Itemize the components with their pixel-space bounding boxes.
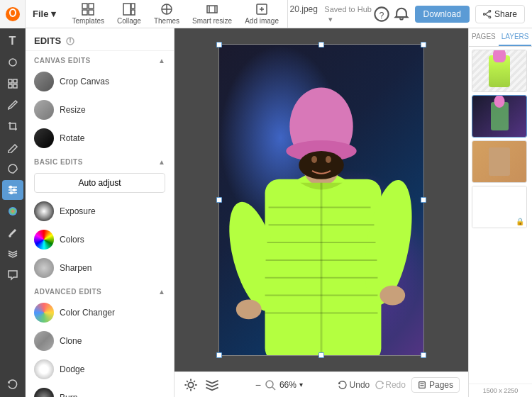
lock-icon: 🔒 — [516, 218, 524, 225]
clone-item[interactable]: Clone — [26, 327, 174, 355]
elements-tool[interactable] — [2, 74, 23, 94]
layer-thumb-4[interactable]: 🔒 — [472, 186, 527, 228]
handle-bm[interactable] — [318, 352, 324, 358]
clone-icon — [34, 331, 54, 351]
svg-rect-7 — [123, 4, 131, 15]
edit-tool[interactable] — [2, 95, 23, 115]
auto-adjust-button[interactable]: Auto adjust — [34, 173, 165, 193]
tools-sidebar: T — [0, 28, 26, 397]
pages-button[interactable]: Pages — [411, 377, 460, 393]
layer-4-thumbnail: 🔒 — [472, 186, 526, 228]
handle-bl[interactable] — [216, 352, 222, 358]
templates-label: Templates — [72, 17, 104, 25]
layers-bottom-icon[interactable] — [204, 377, 220, 393]
basic-edits-section: BASIC EDITS ▲ — [26, 152, 174, 169]
file-menu[interactable]: File ▾ — [26, 9, 63, 19]
dodge-label: Dodge — [60, 364, 84, 374]
collage-label: Collage — [117, 17, 141, 25]
redo-button[interactable]: Redo — [374, 380, 406, 390]
zoom-fit-icon[interactable] — [264, 379, 277, 391]
comments-tool[interactable] — [2, 265, 23, 285]
svg-point-55 — [236, 300, 262, 320]
canvas-bottom-right: Undo Redo Pages — [338, 377, 460, 393]
canvas-edits-title: CANVAS EDITS — [34, 57, 91, 65]
zoom-value[interactable]: 66% — [279, 380, 297, 390]
color-tool[interactable] — [2, 201, 23, 221]
resize-item[interactable]: Resize — [26, 96, 174, 124]
svg-rect-24 — [13, 84, 17, 88]
templates-tool[interactable]: Templates — [66, 0, 110, 28]
burn-item[interactable]: Burn — [26, 384, 174, 397]
advanced-edits-section: ADVANCED EDITS ▲ — [26, 282, 174, 298]
sticker-tool[interactable] — [2, 159, 23, 179]
layer-thumb-3[interactable] — [472, 140, 527, 183]
brush-tool[interactable] — [2, 223, 23, 242]
canvas-container[interactable] — [174, 28, 468, 371]
handle-tm[interactable] — [318, 42, 324, 47]
layer-thumb-2[interactable] — [472, 95, 527, 138]
download-button[interactable]: Download — [415, 6, 470, 23]
sharpen-item[interactable]: Sharpen — [26, 254, 174, 282]
layer-1-figure — [489, 55, 510, 87]
collage-tool[interactable]: Collage — [111, 0, 147, 28]
redo-label: Redo — [385, 380, 406, 390]
zoom-arrow[interactable]: ▾ — [299, 381, 303, 388]
handle-tr[interactable] — [421, 42, 426, 47]
crop-icon — [34, 72, 54, 91]
erase-tool[interactable] — [2, 138, 23, 157]
exposure-label: Exposure — [60, 206, 96, 216]
themes-tool[interactable]: Themes — [148, 0, 185, 28]
handle-ml[interactable] — [216, 197, 222, 203]
help-icon[interactable]: ? — [374, 6, 389, 22]
saved-status[interactable]: Saved to Hub ▾ — [324, 5, 372, 23]
svg-rect-9 — [131, 10, 135, 15]
zoom-out-button[interactable]: − — [255, 379, 261, 391]
topbar-icon-group: ? — [374, 6, 409, 22]
adjustments-tool[interactable] — [2, 180, 23, 200]
undo-button[interactable]: Undo — [338, 380, 370, 390]
toolbar: Templates Collage Themes Smart resize Ad… — [63, 0, 288, 28]
filename-area: 20.jpeg Saved to Hub ▾ — [288, 4, 374, 24]
crop-item[interactable]: Crop Canvas — [26, 67, 174, 96]
add-image-tool[interactable]: Add image — [239, 0, 284, 28]
svg-point-33 — [9, 235, 11, 237]
layer-2-thumbnail — [472, 96, 526, 137]
dodge-item[interactable]: Dodge — [26, 355, 174, 384]
colors-item[interactable]: Colors — [26, 225, 174, 254]
shapes-tool[interactable] — [2, 52, 23, 72]
svg-point-30 — [10, 192, 12, 194]
smart-resize-tool[interactable]: Smart resize — [187, 0, 238, 28]
svg-rect-23 — [9, 84, 12, 88]
crop-label: Crop Canvas — [60, 77, 109, 86]
layer-3-figure — [489, 147, 510, 176]
layers-tool[interactable] — [2, 244, 23, 264]
text-tool[interactable]: T — [2, 31, 23, 51]
undo-sidebar-tool[interactable] — [2, 374, 23, 394]
crop-tool[interactable] — [2, 116, 23, 136]
basic-edits-title: BASIC EDITS — [34, 158, 83, 166]
canvas-bottom-bar: − 66% ▾ Undo Redo — [174, 371, 468, 397]
color-changer-item[interactable]: Color Changer — [26, 298, 174, 327]
color-changer-icon — [34, 303, 54, 323]
notifications-icon[interactable] — [394, 6, 409, 22]
handle-br[interactable] — [421, 352, 426, 358]
handle-tl[interactable] — [216, 42, 222, 47]
rotate-item[interactable]: Rotate — [26, 124, 174, 152]
layer-thumb-1[interactable] — [472, 50, 527, 92]
tab-layers[interactable]: LAYERS — [499, 28, 532, 46]
share-button[interactable]: Share — [475, 5, 525, 23]
settings-icon[interactable] — [183, 377, 199, 393]
dodge-icon — [34, 359, 54, 379]
svg-point-46 — [326, 156, 331, 163]
advanced-edits-toggle[interactable]: ▲ — [158, 288, 165, 296]
svg-rect-8 — [131, 4, 135, 9]
canvas-edits-toggle[interactable]: ▲ — [158, 57, 165, 65]
svg-point-57 — [188, 382, 193, 387]
exposure-item[interactable]: Exposure — [26, 197, 174, 225]
basic-edits-toggle[interactable]: ▲ — [158, 158, 165, 166]
handle-mr[interactable] — [421, 197, 426, 203]
canvas-image[interactable] — [218, 44, 424, 356]
svg-point-15 — [489, 10, 491, 12]
burn-icon — [34, 388, 54, 397]
tab-pages[interactable]: PAGES — [469, 28, 499, 46]
